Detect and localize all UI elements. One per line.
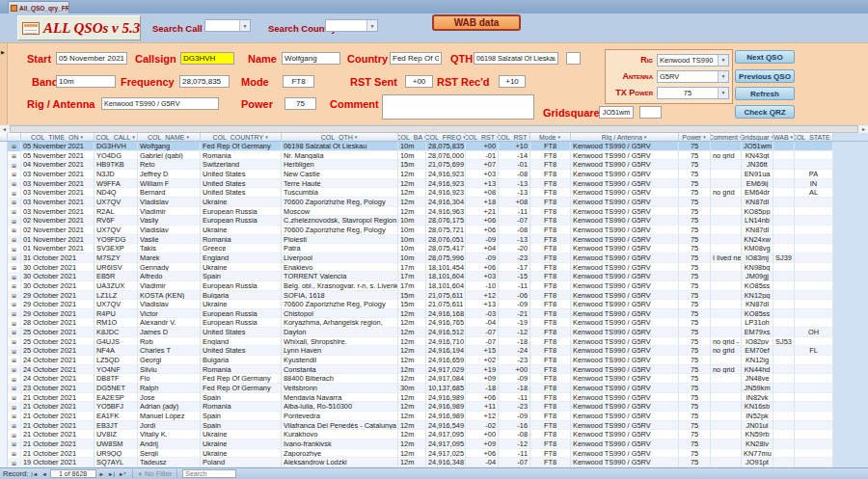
table-cell[interactable]: +11 bbox=[466, 402, 499, 412]
table-cell[interactable]: 75 bbox=[679, 328, 711, 337]
table-cell[interactable]: Kenwood TS990 / G5RV bbox=[571, 300, 679, 309]
table-cell[interactable]: 75 bbox=[679, 263, 711, 273]
table-cell[interactable]: 12m bbox=[398, 337, 426, 347]
table-cell[interactable]: 12m bbox=[398, 179, 426, 189]
table-cell[interactable]: 15m bbox=[398, 160, 426, 170]
expand-icon[interactable]: ⊞ bbox=[8, 207, 21, 217]
table-cell[interactable]: 70600 Zaporizhzhe Reg, Pology bbox=[282, 198, 398, 207]
table-cell[interactable] bbox=[711, 300, 742, 309]
table-cell[interactable]: Silviu bbox=[138, 365, 201, 375]
table-cell[interactable]: +00 bbox=[499, 365, 530, 375]
table-cell[interactable]: 18,101,604 bbox=[426, 281, 466, 291]
table-cell[interactable]: R2AL bbox=[95, 207, 138, 217]
expand-icon[interactable]: ⊞ bbox=[8, 253, 21, 263]
table-cell[interactable]: 10m bbox=[398, 216, 426, 226]
table-cell[interactable] bbox=[795, 449, 833, 459]
table-cell[interactable] bbox=[773, 374, 795, 384]
table-cell[interactable]: -23 bbox=[499, 402, 530, 412]
table-cell[interactable] bbox=[773, 198, 795, 207]
column-header-5[interactable]: COL_BA▼ bbox=[398, 133, 426, 141]
table-cell[interactable]: Kenwood TS990 / G5RV bbox=[571, 356, 679, 365]
table-cell[interactable]: -11 bbox=[499, 281, 530, 291]
table-cell[interactable]: FT8 bbox=[530, 337, 571, 347]
table-cell[interactable] bbox=[773, 421, 795, 431]
table-cell[interactable]: 24,916,549 bbox=[426, 421, 466, 431]
table-cell[interactable]: KN87dl bbox=[742, 300, 773, 309]
table-cell[interactable]: Tuscumbia bbox=[282, 188, 398, 198]
table-cell[interactable] bbox=[773, 384, 795, 393]
table-cell[interactable] bbox=[711, 244, 742, 253]
table-cell[interactable]: +06 bbox=[466, 449, 499, 459]
row-selector[interactable] bbox=[0, 412, 8, 421]
table-cell[interactable] bbox=[795, 198, 833, 207]
table-cell[interactable]: United States bbox=[201, 188, 282, 198]
table-cell[interactable]: +19 bbox=[466, 365, 499, 375]
table-cell[interactable]: EM70ef bbox=[742, 346, 773, 356]
table-cell[interactable]: 75 bbox=[679, 253, 711, 263]
table-cell[interactable]: Jose bbox=[138, 393, 201, 403]
table-cell[interactable]: KN16sb bbox=[742, 402, 773, 412]
search-call-combo[interactable]: ▼ bbox=[204, 19, 251, 32]
table-cell[interactable] bbox=[773, 170, 795, 179]
table-cell[interactable]: -09 bbox=[499, 374, 530, 384]
table-cell[interactable]: 02 November 2021 bbox=[21, 226, 95, 235]
table-cell[interactable]: 75 bbox=[679, 188, 711, 198]
table-cell[interactable]: SV3EXP bbox=[95, 244, 138, 253]
table-cell[interactable]: 24,916,923 bbox=[426, 188, 466, 198]
table-cell[interactable]: 28,075,835 bbox=[426, 142, 466, 151]
row-selector[interactable] bbox=[0, 346, 8, 356]
table-cell[interactable]: 24,917,095 bbox=[426, 430, 466, 439]
row-selector[interactable] bbox=[0, 253, 8, 263]
table-cell[interactable]: YO5BFJ bbox=[95, 402, 138, 412]
table-cell[interactable]: -07 bbox=[466, 337, 499, 347]
table-cell[interactable]: Kenwood TS990 / G5RV bbox=[571, 402, 679, 412]
table-cell[interactable]: 24,916,989 bbox=[426, 393, 466, 403]
table-cell[interactable]: +06 bbox=[466, 216, 499, 226]
table-cell[interactable] bbox=[795, 356, 833, 365]
table-cell[interactable]: FT8 bbox=[530, 412, 571, 421]
table-cell[interactable] bbox=[773, 281, 795, 291]
table-cell[interactable]: Romania bbox=[201, 151, 282, 161]
table-cell[interactable]: -18 bbox=[466, 384, 499, 393]
table-cell[interactable]: 75 bbox=[679, 365, 711, 375]
table-cell[interactable]: 24,916,710 bbox=[426, 337, 466, 347]
table-cell[interactable]: AL bbox=[795, 188, 833, 198]
table-cell[interactable]: ND4Q bbox=[95, 188, 138, 198]
table-cell[interactable]: Kenwood TS990 / G5RV bbox=[571, 384, 679, 393]
table-cell[interactable] bbox=[795, 365, 833, 375]
table-cell[interactable] bbox=[773, 188, 795, 198]
table-cell[interactable]: -12 bbox=[499, 328, 530, 337]
table-cell[interactable] bbox=[773, 449, 795, 459]
table-cell[interactable]: 18,101,454 bbox=[426, 263, 466, 273]
table-cell[interactable] bbox=[773, 272, 795, 281]
table-cell[interactable]: Kenwood TS990 / G5RV bbox=[571, 207, 679, 217]
expand-icon[interactable]: ⊞ bbox=[8, 328, 21, 337]
table-cell[interactable] bbox=[773, 393, 795, 403]
table-cell[interactable]: European Russia bbox=[201, 207, 282, 217]
chevron-down-icon[interactable]: ▼ bbox=[643, 135, 647, 140]
table-cell[interactable]: Fed Rep Of Germany bbox=[201, 374, 282, 384]
table-cell[interactable] bbox=[773, 328, 795, 337]
table-cell[interactable] bbox=[795, 272, 833, 281]
table-cell[interactable]: no grid bbox=[711, 365, 742, 375]
table-cell[interactable]: FT8 bbox=[530, 253, 571, 263]
table-cell[interactable] bbox=[773, 458, 795, 467]
row-selector[interactable] bbox=[0, 226, 8, 235]
table-cell[interactable]: Kenwood TS990 / G5RV bbox=[571, 198, 679, 207]
row-selector[interactable] bbox=[0, 244, 8, 253]
table-cell[interactable]: UX7QV bbox=[95, 198, 138, 207]
table-cell[interactable]: Alba-iulia, Ro-510300 bbox=[282, 402, 398, 412]
table-cell[interactable]: KO85ss bbox=[742, 281, 773, 291]
column-header-9[interactable]: Mode▼ bbox=[530, 133, 571, 141]
table-cell[interactable]: 24,917,084 bbox=[426, 374, 466, 384]
expand-icon[interactable]: ⊞ bbox=[8, 160, 21, 170]
table-cell[interactable]: Sergii bbox=[138, 449, 201, 459]
table-cell[interactable]: -08 bbox=[499, 226, 530, 235]
table-cell[interactable]: Kenwood TS990 / G5RV bbox=[571, 291, 679, 301]
table-cell[interactable]: 24 October 2021 bbox=[21, 356, 95, 365]
table-cell[interactable]: 21 October 2021 bbox=[21, 439, 95, 449]
table-cell[interactable]: +00 bbox=[466, 142, 499, 151]
table-cell[interactable] bbox=[711, 318, 742, 328]
table-cell[interactable]: 75 bbox=[679, 272, 711, 281]
table-cell[interactable]: Ukraine bbox=[201, 226, 282, 235]
